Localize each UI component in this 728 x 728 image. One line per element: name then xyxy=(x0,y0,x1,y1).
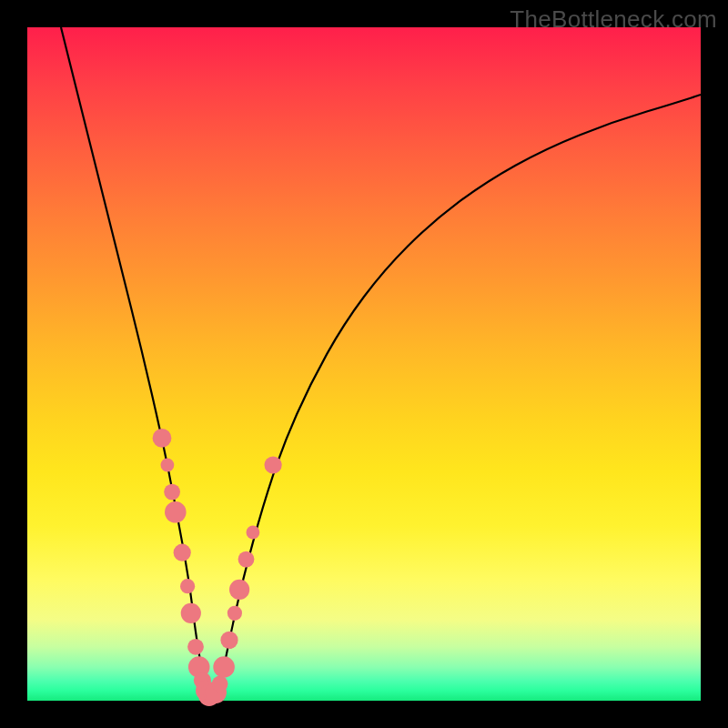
curve-marker xyxy=(238,551,255,568)
bottleneck-curve xyxy=(61,27,701,697)
curve-marker xyxy=(213,656,235,678)
plot-area xyxy=(27,27,701,701)
curve-marker xyxy=(181,603,201,623)
curve-marker xyxy=(212,676,228,693)
curve-marker xyxy=(228,606,242,621)
curve-marker xyxy=(161,459,175,472)
curve-marker xyxy=(229,580,249,600)
curve-marker xyxy=(187,639,204,655)
curve-marker xyxy=(165,501,187,523)
curve-markers xyxy=(153,429,282,706)
curve-marker xyxy=(247,526,260,540)
curve-marker xyxy=(164,484,180,500)
curve-marker xyxy=(180,579,195,593)
curve-marker xyxy=(220,632,238,649)
watermark-text: TheBottleneck.com xyxy=(510,5,717,34)
curve-svg xyxy=(27,27,701,701)
chart-frame: TheBottleneck.com xyxy=(0,0,728,728)
curve-marker xyxy=(174,544,191,561)
curve-marker xyxy=(153,429,172,448)
curve-marker xyxy=(265,456,282,473)
